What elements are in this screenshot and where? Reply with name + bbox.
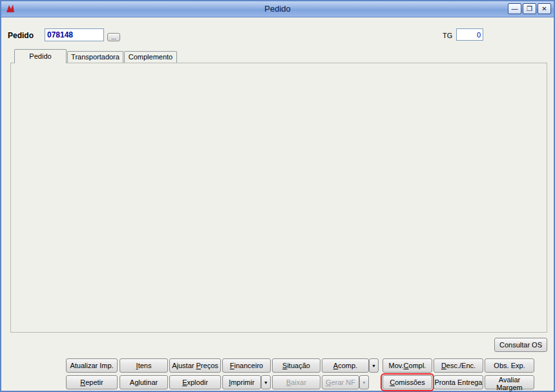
itens-button[interactable]: Itens	[120, 358, 168, 373]
maximize-button[interactable]: ❐	[523, 3, 536, 14]
repetir-button[interactable]: Repetir	[66, 375, 118, 389]
tab-pedido[interactable]: Pedido	[14, 49, 67, 63]
tab-panel	[10, 63, 547, 333]
imprimir-dropdown-arrow-icon[interactable]: ▼	[261, 375, 271, 389]
explodir-button[interactable]: Explodir	[169, 375, 221, 389]
tg-input[interactable]	[456, 28, 483, 41]
close-button[interactable]: ✕	[538, 3, 551, 14]
gerar-nf-dropdown-arrow-icon: ▼	[359, 375, 369, 389]
tab-complemento[interactable]: Complemento	[124, 51, 177, 63]
pedido-header-label: Pedido	[8, 30, 34, 42]
comissoes-button[interactable]: Comissões	[382, 375, 432, 389]
titlebar[interactable]: Pedido — ❐ ✕	[1, 1, 554, 17]
acomp-button[interactable]: Acomp.	[322, 358, 369, 373]
window-title: Pedido	[1, 4, 554, 14]
pedido-window: Pedido — ❐ ✕ Pedido ... TG Pedido Transp…	[0, 0, 555, 392]
minimize-button[interactable]: —	[508, 3, 521, 14]
obs-exp-button[interactable]: Obs. Exp.	[485, 358, 534, 373]
mov-compl-button[interactable]: Mov.Compl.	[382, 358, 432, 373]
acomp-dropdown-arrow-icon[interactable]: ▼	[369, 358, 379, 373]
pronta-entrega-button[interactable]: Pronta Entrega	[434, 375, 483, 389]
pedido-number-input[interactable]	[45, 28, 104, 41]
atualizar-imp-button[interactable]: Atualizar Imp.	[66, 358, 118, 373]
financeiro-button[interactable]: Financeiro	[222, 358, 271, 373]
pedido-browse-button[interactable]: ...	[107, 33, 120, 41]
gerar-nf-button: Gerar NF	[322, 375, 359, 389]
tg-label: TG	[443, 30, 452, 42]
baixar-button: Baixar	[272, 375, 320, 389]
desc-enc-button[interactable]: Desc./Enc.	[434, 358, 483, 373]
avaliar-margem-button[interactable]: Avaliar Margem	[485, 375, 534, 389]
aglutinar-button[interactable]: Aglutinar	[120, 375, 168, 389]
tab-transportadora[interactable]: Transportadora	[67, 51, 123, 63]
imprimir-button[interactable]: Imprimir	[222, 375, 261, 389]
consultar-os-button[interactable]: Consultar OS	[494, 338, 547, 352]
ajustar-precos-button[interactable]: Ajustar Preços	[169, 358, 221, 373]
situacao-button[interactable]: Situação	[272, 358, 320, 373]
